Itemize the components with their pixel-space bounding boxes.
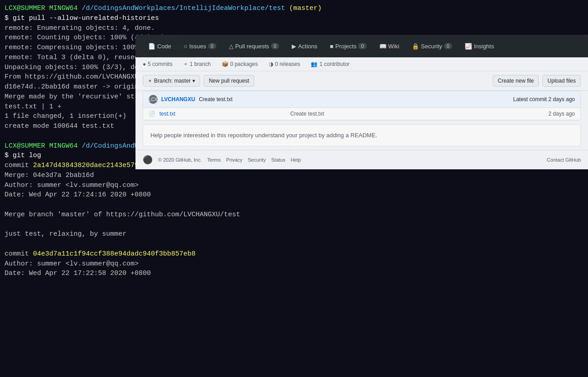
nav-wiki[interactable]: 📖 Wiki xyxy=(374,39,405,53)
terminal-line-17: Merge: 04e3d7a 2bab16d xyxy=(5,171,583,181)
term-branch1: (master) xyxy=(289,5,322,12)
terminal-line-24 xyxy=(5,239,583,249)
actions-icon: ▶ xyxy=(292,43,296,50)
term-mingw2: MINGW64 xyxy=(49,142,78,150)
file-name[interactable]: test.txt xyxy=(159,111,287,117)
file-table-header: LCX LVCHANGXU Create test.txt Latest com… xyxy=(143,91,580,108)
upload-files-button[interactable]: Upload files xyxy=(542,75,581,87)
footer-contact[interactable]: Contact GitHub xyxy=(547,157,581,163)
file-commit-msg: Create test.txt xyxy=(290,111,545,117)
new-pull-request-button[interactable]: New pull request xyxy=(204,75,254,87)
file-row: 📄 test.txt Create test.txt 2 days ago xyxy=(143,108,580,120)
stat-branches[interactable]: ⚬ 1 branch xyxy=(183,61,211,67)
terminal-line-21: Merge branch 'master' of https://github.… xyxy=(5,210,583,220)
footer-copyright: © 2020 GitHub, Inc. xyxy=(158,157,202,163)
stat-releases[interactable]: ◑ 0 releases xyxy=(269,61,300,67)
footer-left: ⚫ © 2020 GitHub, Inc. Terms Privacy Secu… xyxy=(143,155,301,165)
file-time: 2 days ago xyxy=(548,111,575,117)
terminal-line-18: Author: summer <lv.summer@qq.com> xyxy=(5,181,583,191)
nav-code[interactable]: 📄 Code xyxy=(143,39,177,53)
branch-icon: ⚬ xyxy=(148,78,152,84)
github-overlay: 📄 Code ○ Issues 0 △ Pull requests 0 ▶ Ac… xyxy=(135,35,588,169)
stat-commits[interactable]: ● 5 commits xyxy=(143,61,173,67)
issues-icon: ○ xyxy=(184,43,187,50)
terminal-line-22 xyxy=(5,220,583,230)
terminal-line-23: just test, relaxing, by summer xyxy=(5,229,583,239)
branch-selector[interactable]: ⚬ Branch: master ▾ xyxy=(143,75,200,87)
terminal-line-25: commit 04e3d7a11c1f94ccf388e94dadc940f3b… xyxy=(5,249,583,259)
commit-icon: ● xyxy=(143,61,146,67)
pull-request-icon: △ xyxy=(229,43,233,50)
file-icon: 📄 xyxy=(149,111,156,117)
package-icon: 📦 xyxy=(222,61,229,67)
terminal-line-19: Date: Wed Apr 22 17:24:16 2020 +0800 xyxy=(5,190,583,200)
nav-actions[interactable]: ▶ Actions xyxy=(286,39,323,53)
nav-projects[interactable]: ■ Projects 0 xyxy=(325,39,372,53)
file-table: LCX LVCHANGXU Create test.txt Latest com… xyxy=(143,91,581,121)
tag-icon: ◑ xyxy=(269,61,273,67)
term-cmd1: $ git pull --allow-unrelated-histories xyxy=(5,14,159,22)
github-stats-bar: ● 5 commits ⚬ 1 branch 📦 0 packages ◑ 0 … xyxy=(135,57,588,71)
readme-section: Help people interested in this repositor… xyxy=(143,124,581,146)
term-user: LCX@SUMMER xyxy=(5,5,45,12)
term-mingw: MINGW64 xyxy=(49,5,78,12)
projects-icon: ■ xyxy=(330,43,334,50)
wiki-icon: 📖 xyxy=(379,43,387,50)
terminal-line-20 xyxy=(5,200,583,210)
chevron-down-icon: ▾ xyxy=(192,78,195,84)
insights-icon: 📈 xyxy=(465,43,472,50)
term-user2: LCX@SUMMER xyxy=(5,142,45,150)
nav-issues[interactable]: ○ Issues 0 xyxy=(178,39,222,53)
commit-author: LVCHANGXU xyxy=(161,96,195,102)
github-footer: ⚫ © 2020 GitHub, Inc. Terms Privacy Secu… xyxy=(135,150,588,169)
footer-privacy[interactable]: Privacy xyxy=(226,157,243,163)
github-logo: ⚫ xyxy=(143,155,153,165)
nav-insights[interactable]: 📈 Insights xyxy=(459,39,499,53)
terminal-line-2: $ git pull --allow-unrelated-histories xyxy=(5,14,583,23)
stat-packages[interactable]: 📦 0 packages xyxy=(222,61,258,67)
stat-contributors[interactable]: 👥 1 contributor xyxy=(311,61,350,67)
branch-icon: ⚬ xyxy=(183,61,188,67)
footer-terms[interactable]: Terms xyxy=(207,157,221,163)
footer-security[interactable]: Security xyxy=(248,157,266,163)
code-icon: 📄 xyxy=(148,43,155,50)
commit-message: Create test.txt xyxy=(199,96,233,102)
security-icon: 🔒 xyxy=(412,43,419,50)
nav-security[interactable]: 🔒 Security 0 xyxy=(406,39,457,53)
footer-help[interactable]: Help xyxy=(291,157,301,163)
avatar: LCX xyxy=(149,95,158,104)
create-new-file-button[interactable]: Create new file xyxy=(493,75,539,87)
github-navbar: 📄 Code ○ Issues 0 △ Pull requests 0 ▶ Ac… xyxy=(135,35,588,57)
commit-time: Latest commit 2 days ago xyxy=(513,96,575,102)
terminal-line-26: Author: summer <lv.summer@qq.com> xyxy=(5,259,583,269)
nav-pull-requests[interactable]: △ Pull requests 0 xyxy=(224,39,285,53)
people-icon: 👥 xyxy=(311,61,317,67)
terminal-line-1: LCX@SUMMER MINGW64 /d/CodingsAndWorkplac… xyxy=(5,4,583,14)
term-path1: /d/CodingsAndWorkplaces/IntellijIdeaWork… xyxy=(82,5,285,12)
github-toolbar: ⚬ Branch: master ▾ New pull request Crea… xyxy=(135,71,588,91)
terminal-line-27: Date: Wed Apr 22 17:22:58 2020 +0800 xyxy=(5,269,583,279)
terminal-line-3: remote: Enumerating objects: 4, done. xyxy=(5,23,583,33)
footer-status[interactable]: Status xyxy=(271,157,285,163)
readme-text: Help people interested in this repositor… xyxy=(150,132,377,139)
